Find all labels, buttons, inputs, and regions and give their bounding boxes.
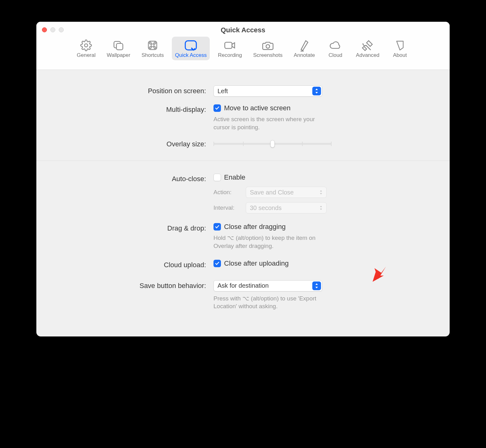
tab-cloud[interactable]: Cloud [323, 37, 348, 60]
tab-quick-access[interactable]: Quick Access [172, 37, 210, 60]
save-button-select[interactable]: Ask for destination [213, 280, 322, 291]
chevron-updown-icon [317, 203, 325, 212]
auto-close-checkbox[interactable]: Enable [213, 173, 245, 181]
preferences-tabs: General Wallpaper Shortcuts Quick Access [36, 37, 450, 60]
tab-recording[interactable]: Recording [215, 37, 245, 60]
auto-close-row: Auto-close: Enable Action: Save and Clos… [49, 173, 437, 213]
tab-label: Wallpaper [107, 52, 131, 58]
wallpaper-icon [112, 39, 124, 52]
tab-screenshots[interactable]: Screenshots [250, 37, 286, 60]
video-icon [224, 39, 236, 52]
minimize-window-button[interactable] [50, 27, 55, 32]
drag-drop-checkbox[interactable]: Close after dragging [213, 223, 286, 231]
window-title: Quick Access [36, 22, 450, 34]
tab-label: Advanced [356, 52, 379, 58]
position-select[interactable]: Left [213, 85, 322, 97]
titlebar: Quick Access General Wallpaper Shortcuts [36, 22, 450, 70]
highlighter-icon [299, 39, 310, 52]
interval-label: Interval: [213, 204, 241, 211]
position-label: Position on screen: [49, 85, 213, 95]
multi-display-row: Multi-display: Move to active screen Act… [49, 104, 437, 131]
position-value: Left [218, 88, 228, 95]
overlay-size-label: Overlay size: [49, 139, 213, 148]
tools-icon [361, 39, 374, 52]
action-label: Action: [213, 189, 241, 196]
overlay-size-row: Overlay size: [49, 139, 437, 148]
tab-label: Recording [218, 52, 242, 58]
save-button-row: Save button behavior: Ask for destinatio… [49, 280, 437, 310]
interval-value: 30 seconds [250, 204, 282, 212]
cloud-upload-row: Cloud upload: Close after uploading [49, 259, 437, 269]
camera-icon [262, 39, 274, 52]
tab-label: Quick Access [175, 52, 207, 58]
checkmark-icon [213, 104, 221, 112]
multi-display-checkbox[interactable]: Move to active screen [213, 104, 291, 112]
auto-close-interval-select: 30 seconds [246, 202, 327, 213]
auto-close-interval-row: Interval: 30 seconds [213, 202, 437, 213]
auto-close-action-select: Save and Close [246, 187, 327, 198]
multi-display-help: Active screen is the screen where your c… [213, 115, 332, 131]
auto-close-label: Auto-close: [49, 173, 213, 183]
checkbox-text: Move to active screen [224, 104, 291, 112]
window-controls [42, 27, 64, 32]
about-icon [394, 39, 406, 52]
checkbox-text: Close after dragging [224, 223, 286, 231]
slider-knob[interactable] [270, 140, 275, 148]
tab-label: Shortcuts [141, 52, 164, 58]
svg-rect-5 [225, 42, 232, 48]
checkbox-text: Close after uploading [224, 259, 289, 267]
save-button-help: Press with ⌥ (alt/option) to use 'Export… [213, 295, 332, 310]
save-button-value: Ask for destination [218, 282, 269, 289]
tab-wallpaper[interactable]: Wallpaper [104, 37, 134, 60]
cloud-upload-label: Cloud upload: [49, 259, 213, 269]
tab-label: Screenshots [253, 52, 283, 58]
chevron-updown-icon [312, 87, 321, 95]
checkbox-empty-icon [213, 174, 221, 181]
tab-advanced[interactable]: Advanced [353, 37, 383, 60]
auto-close-action-row: Action: Save and Close [213, 187, 437, 198]
close-window-button[interactable] [42, 27, 47, 32]
drag-drop-help: Hold ⌥ (alt/option) to keep the item on … [213, 234, 332, 250]
checkbox-text: Enable [224, 173, 245, 181]
tab-label: Annotate [294, 52, 315, 58]
position-row: Position on screen: Left [49, 85, 437, 97]
drag-drop-row: Drag & drop: Close after dragging Hold ⌥… [49, 223, 437, 250]
chevron-updown-icon [312, 281, 321, 290]
command-icon [147, 39, 158, 52]
preferences-window: Quick Access General Wallpaper Shortcuts [36, 22, 450, 336]
quick-access-icon [184, 39, 197, 52]
settings-pane: Position on screen: Left Multi-display: [36, 70, 450, 336]
tab-label: Cloud [328, 52, 342, 58]
tab-annotate[interactable]: Annotate [291, 37, 318, 60]
tab-general[interactable]: General [74, 37, 99, 60]
action-value: Save and Close [250, 189, 294, 196]
gear-icon [80, 39, 92, 52]
checkmark-icon [213, 223, 221, 231]
tab-label: General [77, 52, 95, 58]
tab-label: About [393, 52, 407, 58]
overlay-size-slider[interactable] [213, 143, 332, 145]
section-divider [36, 161, 450, 161]
maximize-window-button[interactable] [59, 27, 64, 32]
cloud-upload-checkbox[interactable]: Close after uploading [213, 259, 289, 267]
svg-rect-2 [117, 43, 123, 50]
svg-point-6 [266, 45, 270, 48]
multi-display-label: Multi-display: [49, 104, 213, 114]
svg-point-0 [85, 44, 88, 47]
cloud-icon [329, 39, 342, 52]
chevron-updown-icon [317, 188, 325, 197]
drag-drop-label: Drag & drop: [49, 223, 213, 232]
save-button-label: Save button behavior: [49, 280, 213, 290]
checkmark-icon [213, 260, 221, 267]
tab-shortcuts[interactable]: Shortcuts [138, 37, 167, 60]
tab-about[interactable]: About [387, 37, 412, 60]
